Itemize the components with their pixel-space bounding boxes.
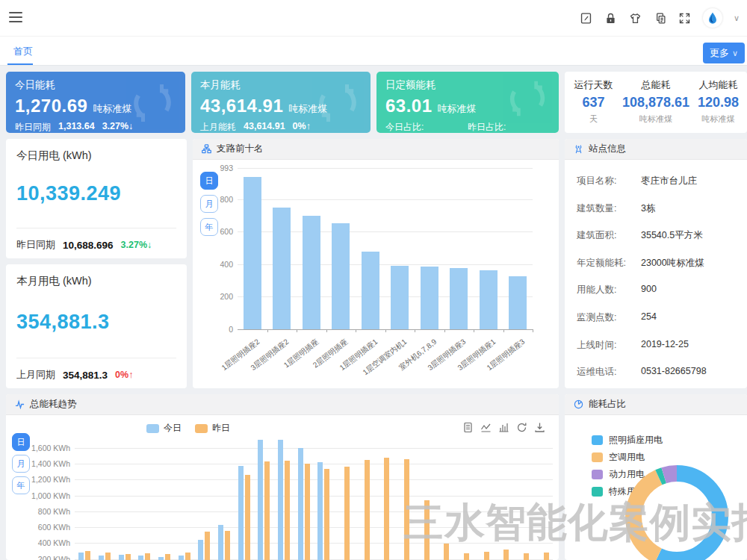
energy-trend-panel: 总能耗趋势 今日昨日 1,600 KWh1,400 KWh1,200 KWh1,… [6, 394, 559, 560]
period-button-年[interactable]: 年 [12, 476, 30, 494]
gridline [75, 511, 553, 512]
card-sub-label: 上月能耗 [200, 121, 236, 133]
site-info-label: 监测点数: [577, 311, 616, 324]
trend-bar-yesterday [424, 500, 430, 560]
site-info-row: 年定额能耗:23000吨标准煤 [565, 257, 747, 272]
recycle-icon [130, 81, 175, 125]
id-card-icon[interactable] [654, 11, 667, 25]
gridline [238, 168, 533, 169]
period-button-年[interactable]: 年 [200, 218, 218, 236]
card-value: 1,270.69 [15, 96, 87, 116]
trend-bar-yesterday [205, 532, 210, 560]
fullscreen-icon[interactable] [678, 11, 692, 25]
period-button-月[interactable]: 月 [12, 455, 30, 473]
card-sub-label: 今日占比: [385, 122, 424, 132]
period-button-日[interactable]: 日 [200, 172, 218, 190]
trend-bar-today [278, 440, 283, 560]
branch-bar [273, 208, 291, 329]
signal-tower-icon [574, 144, 583, 154]
card-title: 本月用电 (kWh) [16, 274, 176, 288]
trend-bar-today [238, 466, 244, 560]
y-axis-tick: 0 [193, 325, 233, 334]
site-info-label: 运维电话: [577, 366, 616, 379]
site-info-value: 0531-82665798 [641, 366, 707, 376]
theme-shirt-icon[interactable] [629, 11, 642, 25]
site-info-row: 用能人数:900 [565, 284, 747, 299]
branch-bar [244, 177, 261, 329]
site-info-label: 用能人数: [577, 284, 616, 296]
gridline [75, 479, 553, 480]
gridline [75, 527, 553, 528]
trend-bar-yesterday [85, 551, 90, 560]
compare-label: 昨日同期 [16, 238, 55, 252]
branch-bar [421, 267, 438, 329]
lock-icon[interactable] [604, 11, 618, 25]
y-axis-tick: 800 KWh [6, 507, 70, 516]
edit-note-icon[interactable] [580, 11, 593, 25]
gridline [75, 543, 553, 544]
card-unit: 吨标准煤 [93, 102, 131, 116]
site-info-row: 运维电话:0531-82665798 [565, 366, 747, 381]
site-info-value: 3栋 [641, 202, 655, 215]
org-chart-icon [202, 144, 211, 154]
x-axis-tick [415, 329, 415, 332]
topbar-icons: ∨ [580, 0, 740, 36]
period-button-月[interactable]: 月 [200, 195, 218, 213]
trend-bar-yesterday [365, 460, 370, 560]
overview-stats-panel: 运行天数 637 天 总能耗 108,878.61 吨标准煤 人均能耗 120.… [565, 72, 747, 133]
card-value: 43,614.91 [200, 96, 283, 116]
branch-bar [509, 276, 527, 329]
site-info-value: 2019-12-25 [641, 339, 689, 349]
compare-value: 354,881.3 [63, 370, 108, 381]
chevron-down-icon: ∨ [732, 49, 738, 58]
tab-home-underline [7, 63, 33, 65]
gridline [75, 448, 553, 449]
more-button[interactable]: 更多∨ [703, 43, 745, 63]
compare-percent: 3.27%↓ [121, 240, 152, 250]
trend-bar-yesterday [145, 553, 150, 560]
y-axis-tick: 600 KWh [6, 523, 70, 532]
trend-bar-yesterday [245, 475, 250, 560]
logo-waterdrop-icon[interactable] [703, 8, 722, 28]
site-info-value: 枣庄市台儿庄 [641, 175, 697, 187]
tabbar: 首页 更多∨ [0, 36, 747, 66]
site-info-row: 项目名称:枣庄市台儿庄 [565, 175, 747, 190]
site-info-row: 建筑数量:3栋 [565, 202, 747, 217]
compare-value: 10,688.696 [63, 240, 114, 251]
trend-bar-today [158, 557, 164, 560]
pie-chart-icon [574, 399, 583, 409]
y-axis-tick: 400 KWh [6, 538, 70, 547]
chevron-down-icon[interactable]: ∨ [734, 13, 740, 23]
site-info-value: 35540.5平方米 [641, 229, 703, 242]
site-info-label: 上线时间: [577, 339, 616, 352]
topbar: ∨ [0, 0, 747, 36]
x-axis-tick [326, 329, 327, 332]
card-value: 10,339.249 [16, 182, 176, 205]
trend-bar-chart: 1,600 KWh1,400 KWh1,200 KWh1,000 KWh800 … [6, 394, 559, 560]
card-today-energy: 今日能耗 1,270.69吨标准煤 昨日同期1,313.643.27%↓ [6, 72, 185, 133]
trend-bar-today [78, 553, 84, 560]
site-info-label: 年定额能耗: [577, 257, 626, 270]
stat-total-energy: 总能耗 108,878.61 吨标准煤 [622, 72, 689, 133]
site-info-row: 监测点数:254 [565, 311, 747, 326]
x-axis-tick [474, 329, 474, 332]
hamburger-menu-icon[interactable] [9, 12, 22, 24]
card-sub-label: 昨日同期 [15, 121, 51, 133]
site-info-value: 23000吨标准煤 [641, 257, 704, 270]
trend-bar-yesterday [105, 553, 111, 560]
site-info-rows: 项目名称:枣庄市台儿庄建筑数量:3栋建筑面积:35540.5平方米年定额能耗:2… [565, 160, 747, 388]
branch-bar-chart: 99380060040020001层照明插座23层照明插座21层照明插座2层照明… [193, 160, 559, 388]
x-axis-tick [385, 329, 386, 332]
dashboard-page: ∨ 首页 更多∨ 今日能耗 1,270.69吨标准煤 昨日同期1,313.643… [0, 0, 747, 560]
trend-bar-today [119, 555, 124, 560]
trend-bar-yesterday [384, 458, 389, 560]
tab-home[interactable]: 首页 [10, 37, 36, 66]
trend-bar-yesterday [544, 553, 549, 560]
y-axis-tick: 200 KWh [6, 555, 70, 560]
panel-title: 支路前十名 [217, 143, 264, 155]
stat-running-days: 运行天数 637 天 [565, 72, 622, 133]
trend-bar-yesterday [324, 469, 329, 560]
energy-share-panel: 能耗占比 照明插座用电空调用电动力用电特殊用电 [565, 394, 747, 560]
period-button-日[interactable]: 日 [12, 433, 30, 451]
card-sub-value: 1,313.64 [58, 121, 95, 133]
